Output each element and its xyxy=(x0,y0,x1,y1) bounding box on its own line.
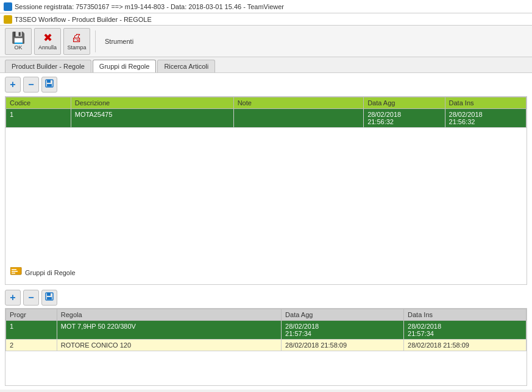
tab-product-builder-regole[interactable]: Product Builder - Regole xyxy=(5,60,91,72)
ok-label: OK xyxy=(14,44,22,51)
ok-icon: 💾 xyxy=(12,32,25,43)
add-icon: + xyxy=(10,79,15,90)
title-bar-text: Sessione registrata: 757350167 ==> m19-1… xyxy=(15,3,284,10)
svg-rect-1 xyxy=(47,80,51,83)
upper-remove-button[interactable]: − xyxy=(23,77,39,93)
lower-cell-regola-2: ROTORE CONICO 120 xyxy=(57,340,281,351)
teamviewer-icon xyxy=(4,2,12,11)
cell-descrizione: MOTA25475 xyxy=(71,109,233,128)
stampa-icon: 🖨 xyxy=(71,32,82,43)
lower-cell-progr-2: 2 xyxy=(6,340,57,351)
cell-note xyxy=(233,109,364,128)
upper-table-row[interactable]: 1 MOTA25475 28/02/201821:56:32 28/02/201… xyxy=(6,109,527,128)
gruppi-regole-text: Gruppi di Regole xyxy=(25,269,76,276)
lower-save-icon xyxy=(45,292,54,303)
upper-table-area: Codice Descrizione Note Data Agg Data In… xyxy=(5,96,527,285)
lower-col-regola: Regola xyxy=(57,309,281,321)
lower-data-table: Progr Regola Data Agg Data Ins 1 MOT 7,9… xyxy=(5,309,527,351)
save-icon xyxy=(45,79,54,90)
toolbar: 💾 OK ✖ Annulla 🖨 Stampa Strumenti xyxy=(0,26,532,57)
col-descrizione: Descrizione xyxy=(71,97,233,109)
tab-gruppi-di-regole[interactable]: Gruppi di Regole xyxy=(93,60,157,72)
gruppi-regole-icon xyxy=(10,267,23,278)
upper-save-button[interactable] xyxy=(41,77,57,93)
lower-cell-progr-1: 1 xyxy=(6,321,57,340)
gruppi-label-area: Gruppi di Regole xyxy=(10,267,76,278)
svg-rect-9 xyxy=(47,297,52,299)
lower-col-data-ins: Data Ins xyxy=(404,309,527,321)
lower-cell-regola-1: MOT 7,9HP 50 220/380V xyxy=(57,321,281,340)
stampa-button[interactable]: 🖨 Stampa xyxy=(63,28,90,55)
toolbar-separator xyxy=(95,30,96,52)
lower-cell-data-ins-1: 28/02/201821:57:34 xyxy=(404,321,527,340)
lower-col-progr: Progr xyxy=(6,309,57,321)
annulla-button[interactable]: ✖ Annulla xyxy=(34,28,61,55)
stampa-label: Stampa xyxy=(67,44,86,51)
annulla-label: Annulla xyxy=(38,44,57,51)
svg-rect-8 xyxy=(47,293,51,296)
svg-rect-2 xyxy=(47,84,52,86)
lower-col-data-agg: Data Agg xyxy=(282,309,404,321)
app-title-text: T3SEO Workflow - Product Builder - REGOL… xyxy=(15,16,152,23)
app-title-bar: T3SEO Workflow - Product Builder - REGOL… xyxy=(0,13,532,26)
tab-bar: Product Builder - Regole Gruppi di Regol… xyxy=(0,57,532,73)
tab-ricerca-articoli[interactable]: Ricerca Articoli xyxy=(157,60,215,72)
lower-cell-data-agg-1: 28/02/201821:57:34 xyxy=(282,321,404,340)
lower-table-area: Progr Regola Data Agg Data Ins 1 MOT 7,9… xyxy=(5,308,527,386)
lower-cell-data-ins-2: 28/02/2018 21:58:09 xyxy=(404,340,527,351)
lower-table-row-2[interactable]: 2 ROTORE CONICO 120 28/02/2018 21:58:09 … xyxy=(6,340,527,351)
col-codice: Codice xyxy=(6,97,71,109)
remove-icon: − xyxy=(28,79,34,90)
app-icon xyxy=(4,15,12,24)
svg-rect-4 xyxy=(12,269,16,270)
col-data-ins: Data Ins xyxy=(445,97,526,109)
svg-rect-5 xyxy=(12,271,18,272)
upper-data-table: Codice Descrizione Note Data Agg Data In… xyxy=(5,97,527,128)
strumenti-label: Strumenti xyxy=(105,38,133,45)
lower-add-icon: + xyxy=(10,292,15,303)
lower-add-button[interactable]: + xyxy=(5,290,21,306)
lower-remove-button[interactable]: − xyxy=(23,290,39,306)
lower-remove-icon: − xyxy=(28,292,34,303)
lower-cell-data-agg-2: 28/02/2018 21:58:09 xyxy=(282,340,404,351)
title-bar: Sessione registrata: 757350167 ==> m19-1… xyxy=(0,0,532,13)
cell-data-ins: 28/02/201821:56:32 xyxy=(445,109,526,128)
col-data-agg: Data Agg xyxy=(364,97,445,109)
cell-data-agg: 28/02/201821:56:32 xyxy=(364,109,445,128)
lower-save-button[interactable] xyxy=(41,290,57,306)
svg-rect-6 xyxy=(12,273,15,274)
strumenti-menu[interactable]: Strumenti xyxy=(101,35,138,48)
col-note: Note xyxy=(233,97,364,109)
annulla-icon: ✖ xyxy=(43,32,52,43)
cell-codice: 1 xyxy=(6,109,71,128)
upper-add-button[interactable]: + xyxy=(5,77,21,93)
lower-table-row-1[interactable]: 1 MOT 7,9HP 50 220/380V 28/02/201821:57:… xyxy=(6,321,527,340)
ok-button[interactable]: 💾 OK xyxy=(5,28,32,55)
